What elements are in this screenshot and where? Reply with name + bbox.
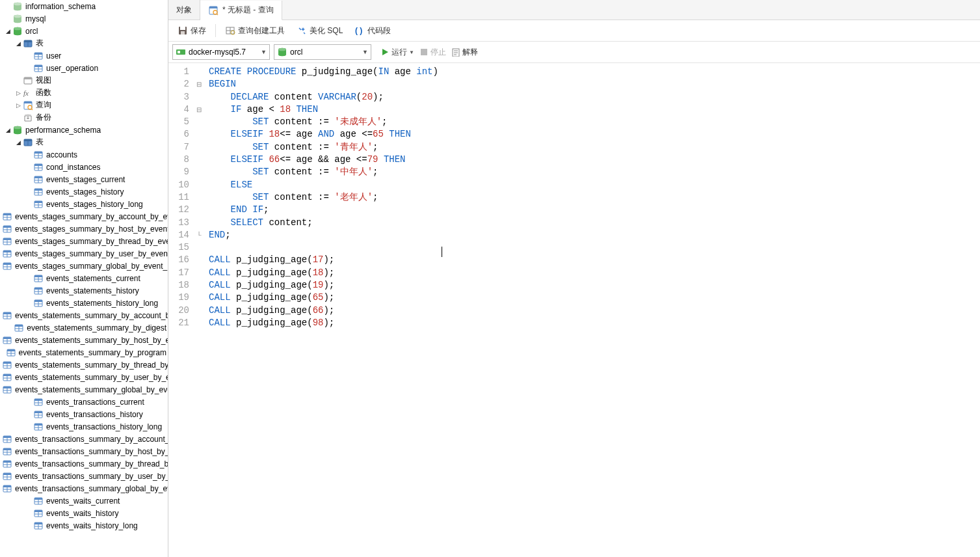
toggle-placeholder (25, 522, 33, 530)
tree-node[interactable]: ▷查询 (0, 99, 168, 111)
tree-node[interactable]: events_statements_current (0, 272, 168, 284)
explain-button[interactable]: 解释 (451, 47, 478, 58)
tree-node[interactable]: events_transactions_summary_by_host_by_e… (0, 445, 168, 457)
connection-icon (176, 47, 186, 57)
builder-icon (225, 25, 235, 36)
toggle-placeholder (25, 52, 33, 60)
table-icon (33, 286, 44, 296)
tree-node-label: events_transactions_summary_by_user_by_e… (15, 472, 168, 481)
tree-node[interactable]: 备份 (0, 111, 168, 124)
tree-node[interactable]: events_stages_summary_by_thread_by_event… (0, 235, 168, 247)
db-icon (12, 125, 23, 135)
tree-node[interactable]: events_waits_current (0, 495, 168, 507)
chevron-down-icon: ▼ (357, 49, 368, 55)
collapse-icon[interactable]: ◢ (4, 27, 12, 35)
code-area[interactable]: CREATE PROCEDURE p_judging_age(IN age in… (204, 63, 444, 557)
beautify-icon (297, 25, 307, 36)
tree-node[interactable]: ◢orcl (0, 25, 168, 37)
tree-node-label: events_statements_current (46, 274, 140, 283)
table-icon (2, 249, 12, 259)
connection-bar: docker-mysql5.7 ▼ orcl ▼ 运行 ▼ 停止 (168, 42, 980, 63)
tree-node[interactable]: 视图 (0, 74, 168, 87)
tree-node[interactable]: user (0, 49, 168, 62)
expand-icon[interactable]: ▷ (14, 89, 22, 97)
tree-node[interactable]: ◢表 (0, 136, 168, 148)
tree-node[interactable]: events_statements_history_long (0, 297, 168, 309)
table-icon (33, 63, 44, 74)
tree-node[interactable]: events_statements_summary_by_host_by_eve… (0, 334, 168, 346)
tree-node[interactable]: events_stages_history_long (0, 198, 168, 210)
tree-node[interactable]: mysql (0, 12, 168, 25)
tree-node-label: events_transactions_current (46, 398, 144, 407)
tree-node[interactable]: events_waits_history_long (0, 519, 168, 532)
fold-gutter[interactable]: ⊟ ⊟ └ (194, 63, 204, 557)
db-icon (12, 26, 23, 36)
tree-node[interactable]: user_operation (0, 62, 168, 74)
explain-icon (451, 48, 460, 57)
tab-objects[interactable]: 对象 (168, 0, 200, 20)
tree-node[interactable]: events_stages_summary_by_host_by_event_n… (0, 223, 168, 235)
tree-node[interactable]: events_transactions_history_long (0, 420, 168, 433)
tree-node[interactable]: events_stages_summary_global_by_event_na… (0, 260, 168, 272)
toggle-placeholder (25, 163, 33, 171)
connection-dropdown[interactable]: docker-mysql5.7 ▼ (172, 44, 270, 60)
collapse-icon[interactable]: ◢ (14, 40, 22, 48)
tree-node[interactable]: ◢performance_schema (0, 124, 168, 136)
tree-node[interactable]: ▷函数 (0, 87, 168, 99)
tree-node[interactable]: cond_instances (0, 161, 168, 173)
toggle-placeholder (25, 200, 33, 208)
tree-node[interactable]: events_transactions_summary_by_account_b… (0, 433, 168, 445)
beautify-sql-button[interactable]: 美化 SQL (291, 22, 348, 39)
tree-node[interactable]: accounts (0, 148, 168, 161)
tree-node[interactable]: events_statements_summary_global_by_even… (0, 383, 168, 396)
tree-node[interactable]: events_stages_summary_by_user_by_event_n… (0, 247, 168, 260)
tree-node[interactable]: events_transactions_current (0, 396, 168, 408)
toggle-placeholder (14, 77, 22, 85)
save-button[interactable]: 保存 (172, 22, 211, 39)
tree-node[interactable]: events_stages_current (0, 173, 168, 185)
query-builder-button[interactable]: 查询创建工具 (220, 22, 290, 39)
tree-node[interactable]: events_transactions_summary_global_by_ev… (0, 482, 168, 495)
play-icon (380, 48, 390, 57)
toggle-placeholder (25, 398, 33, 406)
view-icon (23, 75, 33, 86)
tree-node-label: events_stages_summary_by_host_by_event_n… (15, 224, 168, 234)
snippet-label: 代码段 (367, 25, 391, 36)
tree-node[interactable]: events_transactions_summary_by_thread_by… (0, 457, 168, 470)
sql-editor[interactable]: 123456789101112131415161718192021 ⊟ ⊟ └ … (168, 63, 980, 557)
toggle-placeholder (14, 114, 22, 122)
tab-query[interactable]: * 无标题 - 查询 (200, 1, 282, 20)
tree-node[interactable]: events_statements_summary_by_user_by_eve… (0, 371, 168, 383)
table-icon (2, 335, 12, 346)
tree-node[interactable]: events_statements_summary_by_digest (0, 321, 168, 334)
tree-node[interactable]: events_waits_history (0, 507, 168, 519)
tree-node-label: events_statements_summary_by_host_by_eve… (15, 336, 168, 345)
tree-node-label: events_stages_summary_by_thread_by_event… (15, 237, 168, 246)
tree-node[interactable]: events_statements_summary_by_program (0, 346, 168, 359)
tree-node[interactable]: ◢表 (0, 37, 168, 49)
tree-node[interactable]: events_transactions_history (0, 408, 168, 420)
tree-node[interactable]: events_statements_history (0, 284, 168, 297)
table-icon (33, 508, 44, 519)
tree-node[interactable]: information_schema (0, 0, 168, 12)
tree-node-label: cond_instances (46, 163, 100, 172)
collapse-icon[interactable]: ◢ (14, 139, 22, 146)
toggle-placeholder (25, 287, 33, 295)
tree-node[interactable]: events_stages_summary_by_account_by_even… (0, 210, 168, 223)
tree-node-label: 函数 (36, 87, 51, 98)
tree-node-label: events_statements_history_long (46, 299, 158, 308)
collapse-icon[interactable]: ◢ (4, 126, 12, 134)
tree-node[interactable]: events_statements_summary_by_account_by_… (0, 309, 168, 321)
database-dropdown[interactable]: orcl ▼ (274, 44, 371, 60)
toggle-placeholder (25, 509, 33, 517)
tree-node[interactable]: events_statements_summary_by_thread_by_e… (0, 359, 168, 371)
tree-node-label: events_transactions_history (46, 410, 143, 419)
code-snippet-button[interactable]: 代码段 (349, 22, 396, 39)
save-icon (178, 25, 188, 36)
tree-node[interactable]: events_transactions_summary_by_user_by_e… (0, 470, 168, 482)
db-tree-panel[interactable]: information_schemamysql◢orcl◢表useruser_o… (0, 0, 168, 557)
backup-icon (23, 113, 33, 123)
run-button[interactable]: 运行 ▼ (380, 47, 414, 58)
tree-node[interactable]: events_stages_history (0, 185, 168, 198)
expand-icon[interactable]: ▷ (14, 102, 22, 109)
